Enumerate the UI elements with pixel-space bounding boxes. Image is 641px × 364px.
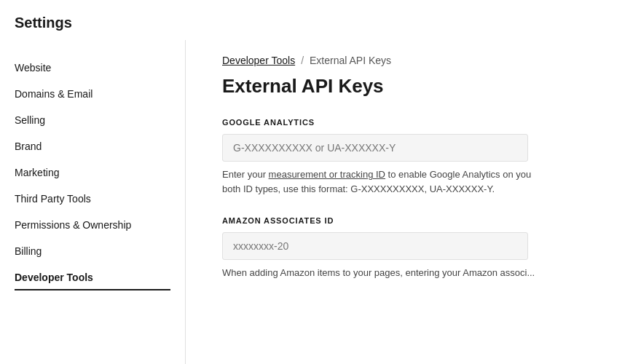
sidebar-item-permissions-ownership[interactable]: Permissions & Ownership bbox=[15, 212, 170, 238]
sidebar-item-billing[interactable]: Billing bbox=[15, 238, 170, 264]
sidebar: WebsiteDomains & EmailSellingBrandMarket… bbox=[0, 40, 186, 364]
google-analytics-label: GOOGLE ANALYTICS bbox=[222, 118, 612, 127]
content-area: WebsiteDomains & EmailSellingBrandMarket… bbox=[0, 40, 641, 364]
sidebar-item-marketing[interactable]: Marketing bbox=[15, 159, 170, 186]
page-container: Settings WebsiteDomains & EmailSellingBr… bbox=[0, 0, 641, 364]
page-title: Settings bbox=[15, 15, 626, 31]
sidebar-item-developer-tools[interactable]: Developer Tools bbox=[15, 264, 170, 290]
sidebar-item-website[interactable]: Website bbox=[15, 55, 170, 81]
sidebar-item-selling[interactable]: Selling bbox=[15, 107, 170, 133]
measurement-id-link[interactable]: measurement or tracking ID bbox=[269, 169, 385, 180]
amazon-associates-input[interactable] bbox=[222, 232, 528, 260]
sidebar-item-brand[interactable]: Brand bbox=[15, 133, 170, 159]
amazon-associates-section: AMAZON ASSOCIATES ID When adding Amazon … bbox=[222, 216, 612, 280]
amazon-associates-label: AMAZON ASSOCIATES ID bbox=[222, 216, 612, 225]
breadcrumb-parent-link[interactable]: Developer Tools bbox=[222, 55, 295, 66]
page-header: Settings bbox=[0, 0, 641, 40]
breadcrumb-current: External API Keys bbox=[310, 55, 391, 66]
google-analytics-description: Enter your measurement or tracking ID to… bbox=[222, 167, 535, 196]
sidebar-item-third-party-tools[interactable]: Third Party Tools bbox=[15, 186, 170, 212]
amazon-associates-description: When adding Amazon items to your pages, … bbox=[222, 266, 535, 280]
google-analytics-section: GOOGLE ANALYTICS Enter your measurement … bbox=[222, 118, 612, 196]
section-main-title: External API Keys bbox=[222, 75, 612, 98]
sidebar-item-domains-email[interactable]: Domains & Email bbox=[15, 81, 170, 107]
main-content: Developer Tools / External API Keys Exte… bbox=[186, 40, 641, 364]
breadcrumb: Developer Tools / External API Keys bbox=[222, 55, 612, 66]
google-analytics-input[interactable] bbox=[222, 134, 528, 162]
breadcrumb-separator: / bbox=[301, 55, 304, 66]
